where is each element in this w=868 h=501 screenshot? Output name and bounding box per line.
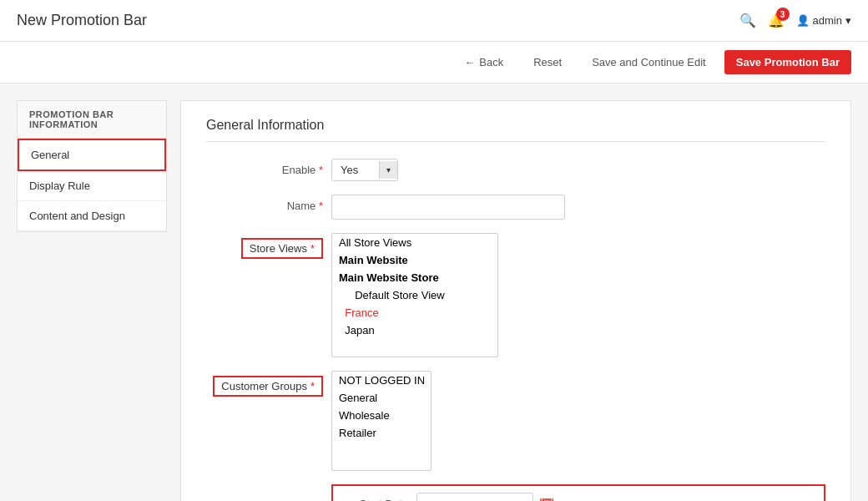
name-input[interactable] [331, 195, 565, 220]
sidebar: PROMOTION BAR INFORMATION General Displa… [17, 100, 167, 232]
enable-select-value: Yes [332, 159, 379, 180]
name-label: Name [206, 195, 323, 212]
page-title: New Promotion Bar [17, 12, 147, 29]
store-views-label-box: Store Views * [241, 238, 323, 259]
start-date-input[interactable] [416, 493, 533, 501]
save-promotion-bar-button[interactable]: Save Promotion Bar [724, 50, 851, 74]
start-date-control: 📅 [416, 493, 555, 501]
name-row: Name [206, 195, 825, 220]
toolbar: ← Back Reset Save and Continue Edit Save… [0, 42, 868, 84]
notification-count: 3 [776, 8, 790, 21]
store-views-option-default-store-view[interactable]: Default Store View [332, 286, 497, 304]
sidebar-item-content-design[interactable]: Content and Design [18, 201, 166, 231]
customer-groups-option-general[interactable]: General [332, 389, 431, 407]
form-area: General Information Enable Yes ▾ Name [180, 100, 851, 501]
store-views-option-japan[interactable]: Japan [332, 321, 497, 339]
customer-groups-label-box: Customer Groups * [213, 376, 323, 397]
store-views-control-wrap: All Store Views Main Website Main Websit… [331, 233, 498, 357]
admin-user-menu[interactable]: 👤 admin ▾ [796, 14, 851, 27]
enable-label: Enable [206, 159, 323, 176]
date-fields-box: Start Date 📅 End Date 📅 [331, 484, 825, 501]
user-icon: 👤 [796, 14, 810, 27]
reset-button[interactable]: Reset [522, 50, 573, 74]
store-views-option-france[interactable]: France [332, 304, 497, 321]
sidebar-header: PROMOTION BAR INFORMATION [18, 101, 166, 139]
customer-groups-option-not-logged-in[interactable]: NOT LOGGED IN [332, 372, 431, 389]
store-views-multiselect[interactable]: All Store Views Main Website Main Websit… [331, 233, 498, 357]
store-views-option-all[interactable]: All Store Views [332, 234, 497, 251]
sidebar-item-general[interactable]: General [18, 139, 166, 171]
enable-chevron-icon[interactable]: ▾ [379, 161, 397, 179]
enable-select[interactable]: Yes ▾ [331, 159, 398, 181]
customer-groups-row: Customer Groups * NOT LOGGED IN General … [206, 371, 825, 471]
enable-row: Enable Yes ▾ [206, 159, 825, 181]
admin-label: admin [813, 14, 842, 27]
arrow-left-icon: ← [464, 56, 475, 68]
customer-groups-label-side: Customer Groups * [206, 371, 323, 397]
store-views-option-main-website[interactable]: Main Website [332, 251, 497, 269]
save-continue-button[interactable]: Save and Continue Edit [580, 50, 718, 74]
store-views-row: Store Views * All Store Views Main Websi… [206, 233, 825, 357]
main-content: PROMOTION BAR INFORMATION General Displa… [0, 84, 868, 501]
back-button[interactable]: ← Back [452, 50, 515, 74]
notification-bell[interactable]: 🔔 3 [768, 13, 785, 28]
top-header: New Promotion Bar 🔍 🔔 3 👤 admin ▾ [0, 0, 868, 42]
customer-groups-option-retailer[interactable]: Retailer [332, 424, 431, 442]
customer-groups-control-wrap: NOT LOGGED IN General Wholesale Retailer [331, 371, 431, 471]
header-right: 🔍 🔔 3 👤 admin ▾ [739, 13, 851, 28]
name-control-wrap [331, 195, 682, 220]
enable-control-wrap: Yes ▾ [331, 159, 682, 181]
admin-chevron-icon: ▾ [845, 14, 851, 27]
store-views-label-side: Store Views * [206, 233, 323, 259]
search-icon[interactable]: 🔍 [739, 13, 756, 28]
start-date-label: Start Date [341, 493, 408, 501]
store-views-option-main-website-store[interactable]: Main Website Store [332, 269, 497, 286]
customer-groups-option-wholesale[interactable]: Wholesale [332, 407, 431, 424]
start-date-calendar-icon[interactable]: 📅 [538, 498, 555, 502]
start-date-row: Start Date 📅 [341, 493, 815, 501]
sidebar-item-display-rule[interactable]: Display Rule [18, 171, 166, 201]
general-information-title: General Information [206, 118, 825, 142]
customer-groups-multiselect[interactable]: NOT LOGGED IN General Wholesale Retailer [331, 371, 431, 471]
